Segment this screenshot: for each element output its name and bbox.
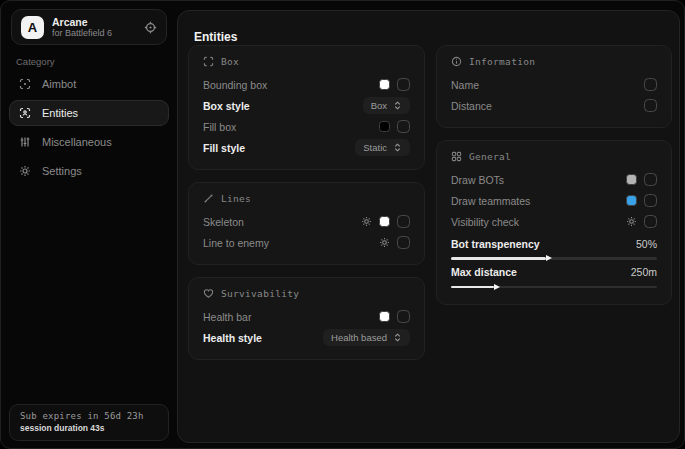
fill-box-checkbox[interactable]	[397, 120, 410, 133]
dropdown-value: Static	[363, 142, 387, 153]
visibility-check-row: Visibility check	[451, 211, 657, 232]
sidebar-item-entities[interactable]: Entities	[9, 100, 169, 126]
dropdown-value: Box	[371, 100, 387, 111]
slider-fill	[451, 257, 546, 260]
panel-title: Information	[469, 56, 535, 67]
visibility-check-checkbox[interactable]	[644, 215, 657, 228]
sidebar-item-settings[interactable]: Settings	[9, 158, 169, 184]
row-label: Draw teammates	[451, 195, 619, 207]
bot-transparency-slider[interactable]	[451, 257, 657, 260]
brand-subtitle: for Battlefield 6	[52, 28, 112, 38]
general-panel: General Draw BOTs Draw teammates Visibil…	[436, 140, 672, 305]
color-swatch[interactable]	[626, 174, 637, 185]
line-to-enemy-checkbox[interactable]	[397, 236, 410, 249]
gear-icon	[19, 165, 31, 177]
row-label: Fill box	[203, 121, 372, 133]
row-label: Line to enemy	[203, 237, 372, 249]
heart-icon	[203, 288, 214, 299]
information-panel: Information Name Distance	[436, 45, 672, 128]
name-checkbox[interactable]	[644, 78, 657, 91]
misc-sliders-icon	[19, 136, 31, 148]
brand-card: A Arcane for Battlefield 6	[11, 9, 167, 45]
max-distance-group: Max distance 250m	[451, 265, 657, 289]
draw-teammates-checkbox[interactable]	[644, 194, 657, 207]
box-corners-icon	[203, 56, 214, 67]
health-bar-checkbox[interactable]	[397, 310, 410, 323]
distance-checkbox[interactable]	[644, 99, 657, 112]
box-style-dropdown[interactable]: Box	[363, 97, 410, 114]
slider-value: 250m	[631, 266, 657, 278]
slider-label: Bot transpenency	[451, 238, 636, 250]
slider-label: Max distance	[451, 266, 631, 278]
subscription-card: Sub expires in 56d 23h session duration …	[9, 404, 169, 441]
crosshair-icon[interactable]	[144, 21, 157, 34]
sidebar-item-label: Miscellaneous	[42, 136, 112, 148]
row-label: Draw BOTs	[451, 174, 619, 186]
row-label: Box style	[203, 100, 356, 112]
dropdown-value: Health based	[331, 332, 387, 343]
slider-fill	[451, 286, 494, 289]
chevron-up-down-icon	[393, 333, 402, 342]
fill-style-row: Fill style Static	[203, 137, 410, 158]
chevron-up-down-icon	[393, 101, 402, 110]
color-swatch[interactable]	[379, 79, 390, 90]
sidebar-item-aimbot[interactable]: Aimbot	[9, 71, 169, 97]
session-duration-text: session duration 43s	[20, 423, 158, 433]
color-swatch[interactable]	[379, 216, 390, 227]
brand-name: Arcane	[52, 16, 112, 28]
settings-gear-icon[interactable]	[379, 237, 390, 248]
category-label: Category	[16, 56, 55, 67]
panel-title: Box	[221, 56, 239, 67]
panel-title: Survivability	[221, 288, 299, 299]
sidebar-item-label: Entities	[42, 107, 78, 119]
sub-expires-text: Sub expires in 56d 23h	[20, 411, 158, 421]
health-style-dropdown[interactable]: Health based	[323, 329, 410, 346]
row-label: Health bar	[203, 311, 372, 323]
color-swatch[interactable]	[379, 121, 390, 132]
brand-logo: A	[21, 16, 44, 39]
sidebar-item-label: Settings	[42, 165, 82, 177]
right-column: Information Name Distance General	[436, 45, 672, 305]
app-window: A Arcane for Battlefield 6 Category Aimb…	[0, 0, 685, 449]
row-label: Fill style	[203, 142, 348, 154]
row-label: Skeleton	[203, 216, 354, 228]
box-panel: Box Bounding box Box style Box	[188, 45, 425, 170]
lines-panel: Lines Skeleton Line to enemy	[188, 182, 425, 265]
max-distance-slider[interactable]	[451, 286, 657, 289]
color-swatch[interactable]	[379, 311, 390, 322]
box-style-row: Box style Box	[203, 95, 410, 116]
survivability-panel: Survivability Health bar Health style He…	[188, 277, 425, 360]
draw-bots-checkbox[interactable]	[644, 173, 657, 186]
health-style-row: Health style Health based	[203, 327, 410, 348]
main-panel: Entities Box Bounding box Box style	[177, 10, 680, 443]
settings-gear-icon[interactable]	[626, 216, 637, 227]
color-swatch[interactable]	[626, 195, 637, 206]
fill-box-row: Fill box	[203, 116, 410, 137]
fill-style-dropdown[interactable]: Static	[355, 139, 410, 156]
left-column: Box Bounding box Box style Box	[188, 45, 425, 360]
line-to-enemy-row: Line to enemy	[203, 232, 410, 253]
info-icon	[451, 56, 462, 67]
sidebar-item-label: Aimbot	[42, 78, 76, 90]
slider-value: 50%	[636, 238, 657, 250]
bounding-box-row: Bounding box	[203, 74, 410, 95]
row-label: Bounding box	[203, 79, 372, 91]
row-label: Distance	[451, 100, 637, 112]
bounding-box-checkbox[interactable]	[397, 78, 410, 91]
bot-transparency-group: Bot transpenency 50%	[451, 236, 657, 260]
grid-icon	[451, 151, 462, 162]
distance-row: Distance	[451, 95, 657, 116]
chevron-up-down-icon	[393, 143, 402, 152]
skeleton-row: Skeleton	[203, 211, 410, 232]
page-title: Entities	[194, 30, 237, 44]
name-row: Name	[451, 74, 657, 95]
row-label: Health style	[203, 332, 316, 344]
sidebar-item-miscellaneous[interactable]: Miscellaneous	[9, 129, 169, 155]
entities-scan-icon	[19, 107, 31, 119]
panel-title: General	[469, 151, 511, 162]
line-icon	[203, 193, 214, 204]
skeleton-checkbox[interactable]	[397, 215, 410, 228]
settings-gear-icon[interactable]	[361, 216, 372, 227]
sidebar-nav: Aimbot Entities Miscellaneous Settings	[9, 71, 169, 184]
health-bar-row: Health bar	[203, 306, 410, 327]
